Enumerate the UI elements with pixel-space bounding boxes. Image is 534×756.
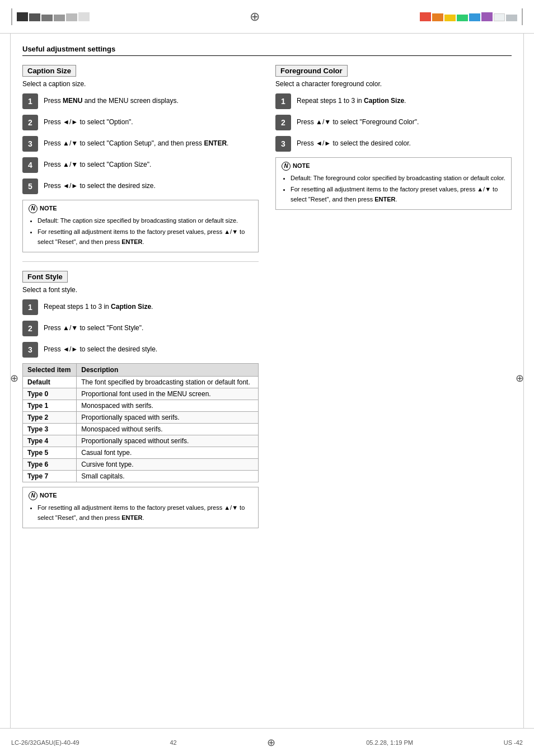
font-table-header-item: Selected item <box>23 364 77 377</box>
fg-note-header: N NOTE <box>282 161 505 171</box>
fg-step-1: 1 Repeat steps 1 to 3 in Caption Size. <box>275 93 512 109</box>
fg-note-label: NOTE <box>293 161 310 171</box>
table-cell-type: Type 5 <box>23 447 77 459</box>
table-row: Type 5 Casual font type. <box>23 447 259 459</box>
font-step-num-2: 2 <box>22 321 38 336</box>
two-column-layout: Caption Size Select a caption size. 1 Pr… <box>22 65 512 535</box>
table-cell-type: Type 4 <box>23 435 77 447</box>
footer-center: 42 <box>170 739 176 746</box>
font-step-text-1: Repeat steps 1 to 3 in Caption Size. <box>44 299 153 312</box>
table-row: Type 1 Monospaced with serifs. <box>23 400 259 412</box>
table-row: Type 2 Proportionally spaced with serifs… <box>23 412 259 424</box>
caption-note: N NOTE Default: The caption size specifi… <box>22 200 259 252</box>
caption-note-item-2: For resetting all adjustment items to th… <box>38 227 252 247</box>
step-text-5: Press ◄/► to select the desired size. <box>44 179 156 191</box>
table-cell-desc: Small capitals. <box>77 471 259 482</box>
table-cell-desc: Proportionally spaced without serifs. <box>77 435 259 447</box>
font-step-text-2: Press ▲/▼ to select "Font Style". <box>44 321 143 333</box>
font-note-label: NOTE <box>40 491 57 501</box>
table-row: Type 3 Monospaced without serifs. <box>23 424 259 435</box>
table-cell-type: Default <box>23 377 77 388</box>
copyright-label: US -42 <box>504 739 523 746</box>
table-row: Type 0 Proportional font used in the MEN… <box>23 388 259 400</box>
fg-step-text-3: Press ◄/► to select the desired color. <box>297 136 411 148</box>
table-cell-type: Type 0 <box>23 388 77 400</box>
bottom-bar: LC-26/32GA5U(E)-40-49 42 ⊕ 05.2.28, 1:19… <box>0 728 534 756</box>
page-header: Useful adjustment settings <box>22 45 512 56</box>
caption-size-desc: Select a caption size. <box>22 80 259 88</box>
crosshair-top-icon: ⊕ <box>250 10 260 24</box>
table-cell-type: Type 6 <box>23 459 77 471</box>
top-bar: ⊕ <box>0 0 534 34</box>
table-cell-type: Type 2 <box>23 412 77 424</box>
font-style-label: Font Style <box>22 271 68 283</box>
caption-step-4: 4 Press ▲/▼ to select "Caption Size". <box>22 157 259 173</box>
fg-step-text-2: Press ▲/▼ to select "Foreground Color". <box>297 115 419 127</box>
table-cell-type: Type 7 <box>23 471 77 482</box>
step-num-4: 4 <box>22 157 38 173</box>
font-note: N NOTE For resetting all adjustment item… <box>22 487 259 528</box>
font-step-num-1: 1 <box>22 299 38 315</box>
right-crosshair-icon: ⊕ <box>516 372 524 384</box>
table-cell-desc: Cursive font type. <box>77 459 259 471</box>
top-bar-center: ⊕ <box>90 10 420 24</box>
top-bar-left <box>11 8 90 25</box>
table-row: Type 7 Small capitals. <box>23 471 259 482</box>
table-cell-desc: Monospaced with serifs. <box>77 400 259 412</box>
fg-step-3: 3 Press ◄/► to select the desired color. <box>275 136 512 152</box>
font-step-3: 3 Press ◄/► to select the desired style. <box>22 342 259 358</box>
fg-step-num-1: 1 <box>275 93 291 109</box>
font-step-1: 1 Repeat steps 1 to 3 in Caption Size. <box>22 299 259 315</box>
note-label: NOTE <box>40 204 57 214</box>
font-style-table: Selected item Description Default The fo… <box>22 363 259 482</box>
font-note-header: N NOTE <box>29 491 252 501</box>
foreground-color-label: Foreground Color <box>275 65 348 77</box>
fg-step-num-3: 3 <box>275 136 291 152</box>
footer-right: 05.2.28, 1:19 PM <box>366 739 413 746</box>
table-cell-type: Type 3 <box>23 424 77 435</box>
step-text-4: Press ▲/▼ to select "Caption Size". <box>44 157 151 170</box>
step-text-3: Press ▲/▼ to select "Caption Setup", and… <box>44 136 228 148</box>
note-icon-2: N <box>29 491 38 500</box>
caption-step-2: 2 Press ◄/► to select "Option". <box>22 115 259 130</box>
font-step-num-3: 3 <box>22 342 38 358</box>
table-row: Default The font specified by broadcasti… <box>23 377 259 388</box>
crosshair-bottom-icon: ⊕ <box>267 736 275 749</box>
caption-size-label: Caption Size <box>22 65 76 77</box>
table-cell-desc: Proportional font used in the MENU scree… <box>77 388 259 400</box>
note-icon-3: N <box>282 162 291 171</box>
main-content: Useful adjustment settings Caption Size … <box>0 34 534 546</box>
caption-note-item-1: Default: The caption size specified by b… <box>38 216 252 226</box>
table-cell-desc: Proportionally spaced with serifs. <box>77 412 259 424</box>
top-bar-right <box>420 8 523 25</box>
table-cell-desc: The font specified by broadcasting stati… <box>77 377 259 388</box>
font-style-desc: Select a font style. <box>22 286 259 294</box>
caption-step-1: 1 Press MENU and the MENU screen display… <box>22 93 259 109</box>
step-num-5: 5 <box>22 179 38 194</box>
table-row: Type 4 Proportionally spaced without ser… <box>23 435 259 447</box>
foreground-color-section: Foreground Color Select a character fore… <box>275 65 512 535</box>
fg-note-item-1: Default: The foreground color specified … <box>291 173 505 184</box>
font-step-2: 2 Press ▲/▼ to select "Font Style". <box>22 321 259 336</box>
step-num-1: 1 <box>22 93 38 109</box>
caption-step-5: 5 Press ◄/► to select the desired size. <box>22 179 259 194</box>
font-note-item-1: For resetting all adjustment items to th… <box>38 503 252 523</box>
table-cell-type: Type 1 <box>23 400 77 412</box>
caption-step-3: 3 Press ▲/▼ to select "Caption Setup", a… <box>22 136 259 152</box>
footer-model: LC-26/32GA5U(E)-40-49 <box>11 739 79 746</box>
step-num-3: 3 <box>22 136 38 152</box>
fg-note-item-2: For resetting all adjustment items to th… <box>291 185 505 204</box>
table-row: Type 6 Cursive font type. <box>23 459 259 471</box>
left-crosshair-icon: ⊕ <box>10 372 18 384</box>
caption-size-section: Caption Size Select a caption size. 1 Pr… <box>22 65 259 535</box>
fg-step-num-2: 2 <box>275 115 291 130</box>
table-cell-desc: Monospaced without serifs. <box>77 424 259 435</box>
fg-step-2: 2 Press ▲/▼ to select "Foreground Color"… <box>275 115 512 130</box>
fg-step-text-1: Repeat steps 1 to 3 in Caption Size. <box>297 93 406 106</box>
step-text-2: Press ◄/► to select "Option". <box>44 115 133 127</box>
note-icon: N <box>29 204 38 213</box>
fg-note: N NOTE Default: The foreground color spe… <box>275 157 512 210</box>
table-cell-desc: Casual font type. <box>77 447 259 459</box>
font-table-header-desc: Description <box>77 364 259 377</box>
foreground-color-desc: Select a character foreground color. <box>275 80 512 88</box>
